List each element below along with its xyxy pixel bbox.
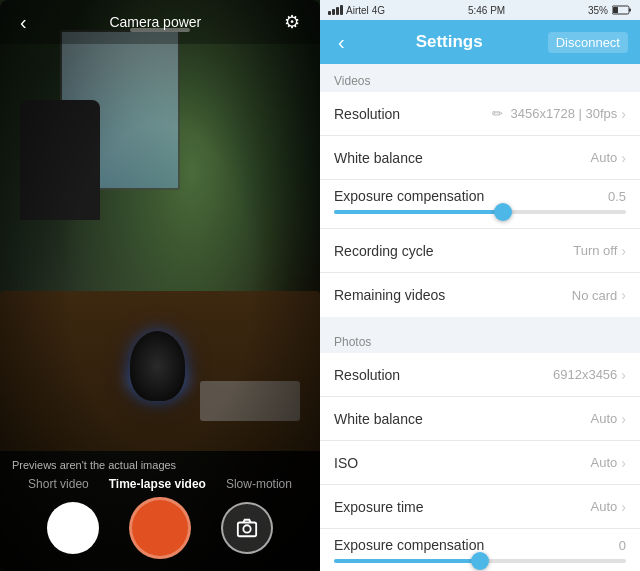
exposure-time-value: Auto › <box>591 499 626 515</box>
signal-bar-3 <box>336 7 339 15</box>
remaining-videos-row[interactable]: Remaining videos No card › <box>320 273 640 317</box>
settings-panel: Airtel 4G 5:46 PM 35% ‹ Settings Disconn… <box>320 0 640 571</box>
iso-value: Auto › <box>591 455 626 471</box>
video-resolution-label: Resolution <box>334 106 400 122</box>
status-left: Airtel 4G <box>328 5 385 16</box>
videos-section-label: Videos <box>320 64 640 92</box>
iso-row[interactable]: ISO Auto › <box>320 441 640 485</box>
photo-exposure-fill <box>334 559 480 563</box>
tab-short-video[interactable]: Short video <box>28 477 89 491</box>
signal-bars <box>328 5 343 15</box>
settings-header: ‹ Settings Disconnect <box>320 20 640 64</box>
photo-exposure-label: Exposure compensation <box>334 537 484 553</box>
status-bar: Airtel 4G 5:46 PM 35% <box>320 0 640 20</box>
remaining-videos-label: Remaining videos <box>334 287 445 303</box>
recording-cycle-value: Turn off › <box>573 243 626 259</box>
photo-resolution-label: Resolution <box>334 367 400 383</box>
photo-exposure-thumb[interactable] <box>471 552 489 570</box>
camera-panel: ‹ Camera power ⚙ Previews aren't the act… <box>0 0 320 571</box>
chevron-icon: › <box>621 150 626 166</box>
signal-bar-4 <box>340 5 343 15</box>
chevron-icon: › <box>621 411 626 427</box>
video-resolution-row[interactable]: Resolution ✏ 3456x1728 | 30fps › <box>320 92 640 136</box>
camera-back-button[interactable]: ‹ <box>12 7 35 38</box>
camera-title: Camera power <box>35 14 276 30</box>
video-white-balance-label: White balance <box>334 150 423 166</box>
settings-content: Videos Resolution ✏ 3456x1728 | 30fps › … <box>320 64 640 571</box>
video-white-balance-row[interactable]: White balance Auto › <box>320 136 640 180</box>
time-label: 5:46 PM <box>468 5 505 16</box>
status-right: 35% <box>588 5 632 16</box>
photo-exposure-track[interactable] <box>334 559 626 563</box>
camera-mode-tabs: Short video Time-lapse video Slow-motion <box>28 477 292 491</box>
video-exposure-thumb[interactable] <box>494 203 512 221</box>
photo-white-balance-label: White balance <box>334 411 423 427</box>
camera-controls-row <box>0 497 320 559</box>
battery-label: 35% <box>588 5 608 16</box>
chevron-icon: › <box>621 243 626 259</box>
exposure-time-label: Exposure time <box>334 499 423 515</box>
photo-settings-group: Resolution 6912x3456 › White balance Aut… <box>320 353 640 571</box>
camera-bottom-controls: Previews aren't the actual images Short … <box>0 451 320 571</box>
signal-bar-2 <box>332 9 335 15</box>
disconnect-button[interactable]: Disconnect <box>548 32 628 53</box>
settings-back-button[interactable]: ‹ <box>332 27 351 58</box>
chevron-icon: › <box>621 499 626 515</box>
svg-point-1 <box>243 525 250 532</box>
network-label: 4G <box>372 5 385 16</box>
photo-white-balance-value: Auto › <box>591 411 626 427</box>
photo-button[interactable] <box>221 502 273 554</box>
video-exposure-label: Exposure compensation <box>334 188 484 204</box>
video-exposure-header: Exposure compensation 0.5 <box>334 188 626 204</box>
chevron-icon: › <box>621 367 626 383</box>
video-exposure-row: Exposure compensation 0.5 <box>320 180 640 229</box>
chevron-icon: › <box>621 106 626 122</box>
edit-icon: ✏ <box>492 106 503 121</box>
signal-bar-1 <box>328 11 331 15</box>
photo-exposure-row: Exposure compensation 0 <box>320 529 640 571</box>
svg-rect-3 <box>613 7 618 13</box>
preview-notice: Previews aren't the actual images <box>0 459 176 471</box>
iso-label: ISO <box>334 455 358 471</box>
recording-cycle-row[interactable]: Recording cycle Turn off › <box>320 229 640 273</box>
video-exposure-track[interactable] <box>334 210 626 214</box>
camera-topbar: ‹ Camera power ⚙ <box>0 0 320 44</box>
photo-resolution-row[interactable]: Resolution 6912x3456 › <box>320 353 640 397</box>
camera-settings-button[interactable]: ⚙ <box>276 7 308 37</box>
chevron-icon: › <box>621 455 626 471</box>
tab-timelapse-video[interactable]: Time-lapse video <box>109 477 206 491</box>
svg-rect-4 <box>629 9 631 12</box>
settings-title: Settings <box>416 32 483 52</box>
video-settings-group: Resolution ✏ 3456x1728 | 30fps › White b… <box>320 92 640 317</box>
recording-cycle-label: Recording cycle <box>334 243 434 259</box>
photo-exposure-header: Exposure compensation 0 <box>334 537 626 553</box>
photo-white-balance-row[interactable]: White balance Auto › <box>320 397 640 441</box>
video-resolution-value: ✏ 3456x1728 | 30fps › <box>492 106 626 122</box>
battery-icon <box>612 5 632 15</box>
video-exposure-fill <box>334 210 503 214</box>
record-button[interactable] <box>129 497 191 559</box>
exposure-time-row[interactable]: Exposure time Auto › <box>320 485 640 529</box>
section-divider <box>320 317 640 325</box>
photo-exposure-value: 0 <box>619 538 626 553</box>
remaining-videos-value: No card › <box>572 287 626 303</box>
video-white-balance-value: Auto › <box>591 150 626 166</box>
video-exposure-value: 0.5 <box>608 189 626 204</box>
white-button[interactable] <box>47 502 99 554</box>
carrier-label: Airtel <box>346 5 369 16</box>
photos-section-label: Photos <box>320 325 640 353</box>
photo-resolution-value: 6912x3456 › <box>553 367 626 383</box>
tab-slow-motion[interactable]: Slow-motion <box>226 477 292 491</box>
chevron-icon: › <box>621 287 626 303</box>
